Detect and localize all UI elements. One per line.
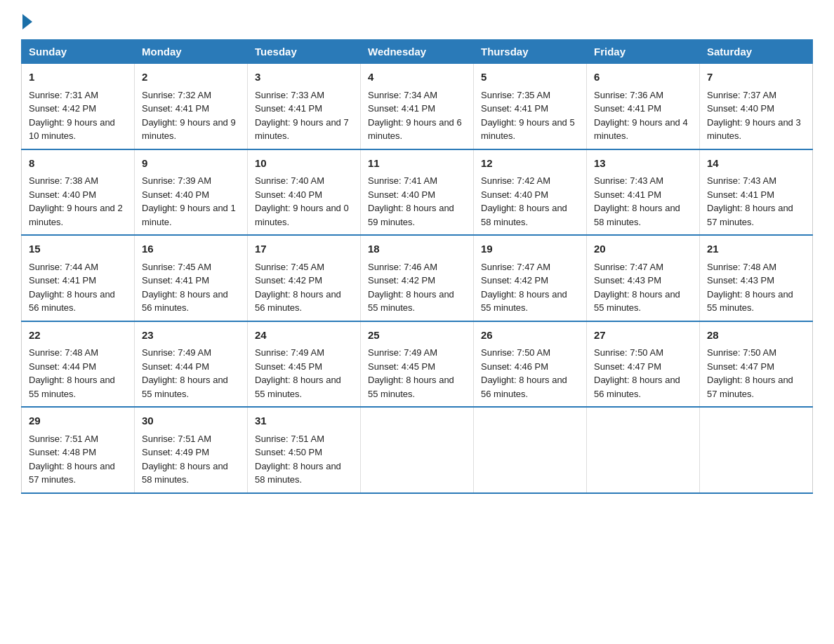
day-number: 9 <box>142 156 240 172</box>
day-sunrise: Sunrise: 7:49 AM <box>368 347 437 358</box>
calendar-day-cell <box>700 407 813 493</box>
day-sunrise: Sunrise: 7:42 AM <box>481 175 550 186</box>
day-sunrise: Sunrise: 7:41 AM <box>368 175 437 186</box>
calendar-day-cell: 3 Sunrise: 7:33 AM Sunset: 4:41 PM Dayli… <box>248 64 361 149</box>
day-number: 19 <box>481 241 579 257</box>
day-sunrise: Sunrise: 7:47 AM <box>594 262 663 272</box>
day-number: 11 <box>368 156 466 172</box>
day-sunset: Sunset: 4:46 PM <box>481 361 548 372</box>
day-sunrise: Sunrise: 7:51 AM <box>29 434 98 444</box>
day-sunrise: Sunrise: 7:47 AM <box>481 262 550 272</box>
day-sunrise: Sunrise: 7:50 AM <box>481 347 550 358</box>
day-number: 20 <box>594 241 692 257</box>
day-number: 31 <box>255 413 353 429</box>
day-number: 6 <box>594 69 692 86</box>
day-daylight: Daylight: 8 hours and 57 minutes. <box>707 375 793 399</box>
calendar-day-cell: 4 Sunrise: 7:34 AM Sunset: 4:41 PM Dayli… <box>361 64 474 149</box>
calendar-week-row: 15 Sunrise: 7:44 AM Sunset: 4:41 PM Dayl… <box>22 235 813 321</box>
calendar-day-cell: 16 Sunrise: 7:45 AM Sunset: 4:41 PM Dayl… <box>135 235 248 321</box>
calendar-day-cell: 27 Sunrise: 7:50 AM Sunset: 4:47 PM Dayl… <box>587 321 700 408</box>
day-sunset: Sunset: 4:40 PM <box>707 103 774 114</box>
day-sunrise: Sunrise: 7:45 AM <box>142 262 211 272</box>
day-sunset: Sunset: 4:41 PM <box>29 275 96 286</box>
logo-arrow-icon <box>22 14 32 29</box>
day-sunrise: Sunrise: 7:46 AM <box>368 262 437 272</box>
calendar-day-cell <box>474 407 587 493</box>
day-sunrise: Sunrise: 7:44 AM <box>29 262 98 272</box>
day-of-week-header: Friday <box>587 40 700 64</box>
day-sunset: Sunset: 4:42 PM <box>481 275 548 286</box>
calendar-day-cell: 17 Sunrise: 7:45 AM Sunset: 4:42 PM Dayl… <box>248 235 361 321</box>
day-sunset: Sunset: 4:40 PM <box>481 189 548 200</box>
day-sunset: Sunset: 4:41 PM <box>594 189 661 200</box>
day-sunrise: Sunrise: 7:35 AM <box>481 90 550 100</box>
day-sunrise: Sunrise: 7:48 AM <box>29 347 98 358</box>
calendar-day-cell: 28 Sunrise: 7:50 AM Sunset: 4:47 PM Dayl… <box>700 321 813 408</box>
day-sunset: Sunset: 4:44 PM <box>142 361 209 372</box>
calendar-header-row: SundayMondayTuesdayWednesdayThursdayFrid… <box>22 40 813 64</box>
day-sunset: Sunset: 4:47 PM <box>594 361 661 372</box>
calendar-day-cell: 6 Sunrise: 7:36 AM Sunset: 4:41 PM Dayli… <box>587 64 700 149</box>
day-number: 22 <box>29 328 127 344</box>
calendar-day-cell: 30 Sunrise: 7:51 AM Sunset: 4:49 PM Dayl… <box>135 407 248 493</box>
calendar-day-cell: 31 Sunrise: 7:51 AM Sunset: 4:50 PM Dayl… <box>248 407 361 493</box>
day-of-week-header: Saturday <box>700 40 813 64</box>
day-sunset: Sunset: 4:48 PM <box>29 447 96 457</box>
calendar-day-cell: 22 Sunrise: 7:48 AM Sunset: 4:44 PM Dayl… <box>22 321 135 408</box>
calendar-day-cell: 5 Sunrise: 7:35 AM Sunset: 4:41 PM Dayli… <box>474 64 587 149</box>
calendar-week-row: 22 Sunrise: 7:48 AM Sunset: 4:44 PM Dayl… <box>22 321 813 408</box>
page-header <box>21 14 813 27</box>
day-daylight: Daylight: 8 hours and 55 minutes. <box>255 375 341 399</box>
calendar-day-cell: 12 Sunrise: 7:42 AM Sunset: 4:40 PM Dayl… <box>474 149 587 236</box>
day-number: 28 <box>707 328 805 344</box>
calendar-day-cell: 15 Sunrise: 7:44 AM Sunset: 4:41 PM Dayl… <box>22 235 135 321</box>
day-number: 4 <box>368 69 466 86</box>
day-number: 26 <box>481 328 579 344</box>
day-sunrise: Sunrise: 7:33 AM <box>255 90 324 100</box>
day-daylight: Daylight: 8 hours and 59 minutes. <box>368 203 454 227</box>
day-number: 1 <box>29 69 127 86</box>
day-sunrise: Sunrise: 7:51 AM <box>142 434 211 444</box>
day-sunset: Sunset: 4:41 PM <box>142 275 209 286</box>
day-daylight: Daylight: 8 hours and 57 minutes. <box>707 203 793 227</box>
day-daylight: Daylight: 9 hours and 3 minutes. <box>707 117 801 142</box>
day-of-week-header: Tuesday <box>248 40 361 64</box>
day-sunset: Sunset: 4:44 PM <box>29 361 96 372</box>
day-number: 25 <box>368 328 466 344</box>
day-of-week-header: Monday <box>135 40 248 64</box>
day-sunrise: Sunrise: 7:37 AM <box>707 90 776 100</box>
day-number: 16 <box>142 241 240 257</box>
day-daylight: Daylight: 9 hours and 4 minutes. <box>594 117 688 142</box>
day-number: 7 <box>707 69 805 86</box>
calendar-week-row: 29 Sunrise: 7:51 AM Sunset: 4:48 PM Dayl… <box>22 407 813 493</box>
day-sunrise: Sunrise: 7:40 AM <box>255 175 324 186</box>
day-sunset: Sunset: 4:40 PM <box>142 189 209 200</box>
day-sunrise: Sunrise: 7:51 AM <box>255 434 324 444</box>
calendar-day-cell: 29 Sunrise: 7:51 AM Sunset: 4:48 PM Dayl… <box>22 407 135 493</box>
day-sunset: Sunset: 4:45 PM <box>368 361 435 372</box>
day-daylight: Daylight: 8 hours and 58 minutes. <box>481 203 567 227</box>
day-daylight: Daylight: 8 hours and 56 minutes. <box>142 289 228 314</box>
day-number: 10 <box>255 156 353 172</box>
calendar-day-cell: 26 Sunrise: 7:50 AM Sunset: 4:46 PM Dayl… <box>474 321 587 408</box>
calendar-week-row: 8 Sunrise: 7:38 AM Sunset: 4:40 PM Dayli… <box>22 149 813 236</box>
day-number: 27 <box>594 328 692 344</box>
calendar-day-cell: 21 Sunrise: 7:48 AM Sunset: 4:43 PM Dayl… <box>700 235 813 321</box>
day-daylight: Daylight: 9 hours and 6 minutes. <box>368 117 462 142</box>
day-sunrise: Sunrise: 7:50 AM <box>707 347 776 358</box>
day-number: 18 <box>368 241 466 257</box>
day-sunset: Sunset: 4:42 PM <box>29 103 96 114</box>
day-daylight: Daylight: 9 hours and 10 minutes. <box>29 117 115 142</box>
day-sunset: Sunset: 4:43 PM <box>707 275 774 286</box>
day-number: 21 <box>707 241 805 257</box>
day-sunrise: Sunrise: 7:43 AM <box>707 175 776 186</box>
day-sunrise: Sunrise: 7:50 AM <box>594 347 663 358</box>
day-of-week-header: Thursday <box>474 40 587 64</box>
day-daylight: Daylight: 9 hours and 0 minutes. <box>255 203 349 227</box>
calendar-day-cell: 2 Sunrise: 7:32 AM Sunset: 4:41 PM Dayli… <box>135 64 248 149</box>
calendar-table: SundayMondayTuesdayWednesdayThursdayFrid… <box>21 39 813 494</box>
day-sunrise: Sunrise: 7:32 AM <box>142 90 211 100</box>
day-sunset: Sunset: 4:40 PM <box>255 189 322 200</box>
day-sunset: Sunset: 4:47 PM <box>707 361 774 372</box>
day-daylight: Daylight: 8 hours and 56 minutes. <box>255 289 341 314</box>
